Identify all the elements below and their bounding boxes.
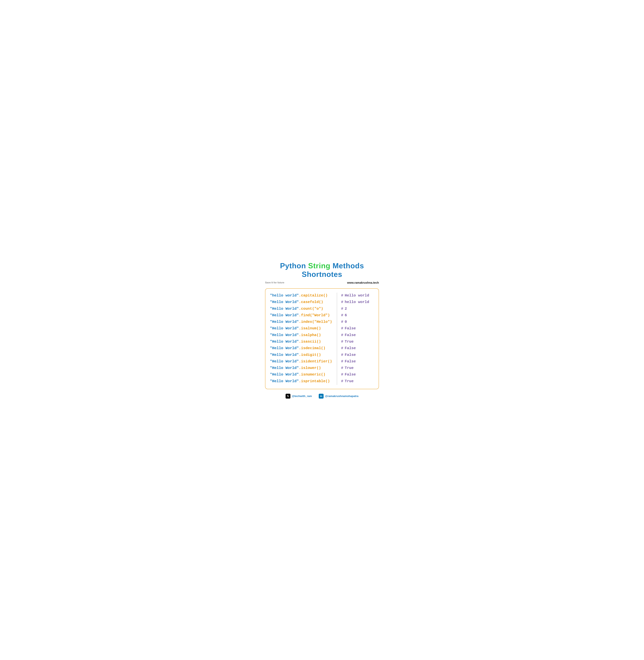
string-literal-9: "Hello World" xyxy=(270,352,299,358)
comment-value-8: False xyxy=(345,345,356,351)
code-left-panel: "hello world".capitalize()"Hello World".… xyxy=(270,293,337,385)
string-literal-4: "Hello World" xyxy=(270,319,299,325)
code-line-8: "Hello World".isdecimal() xyxy=(270,345,334,351)
code-line-0: "hello world".capitalize() xyxy=(270,293,334,298)
string-literal-3: "Hello World" xyxy=(270,312,299,318)
comment-line-12: #False xyxy=(341,372,374,377)
comment-hash-10: # xyxy=(341,358,343,364)
twitter-handle: @techwith_ram xyxy=(292,395,312,398)
string-literal-8: "Hello World" xyxy=(270,345,299,351)
comment-value-9: False xyxy=(345,352,356,358)
code-line-11: "Hello World".islower() xyxy=(270,365,334,371)
comment-line-6: #False xyxy=(341,332,374,338)
comment-hash-9: # xyxy=(341,352,343,358)
comment-line-1: #hello world xyxy=(341,299,374,305)
twitter-social: 𝕏 @techwith_ram xyxy=(285,394,312,399)
code-line-2: "Hello World".count("o") xyxy=(270,306,334,312)
comment-line-11: #True xyxy=(341,365,374,371)
subtitle-row: Save It for future www.ramakrushna.tech xyxy=(265,281,379,284)
code-line-9: "Hello World".isdigit() xyxy=(270,352,334,358)
comment-line-13: #True xyxy=(341,378,374,384)
linkedin-handle: @ramakrushnamohapatra xyxy=(325,395,359,398)
comment-hash-1: # xyxy=(341,299,343,305)
method-call-10: .isidentifier() xyxy=(299,358,332,364)
code-line-7: "Hello World".isascii() xyxy=(270,339,334,345)
method-call-7: .isascii() xyxy=(299,339,321,345)
comment-hash-5: # xyxy=(341,326,343,331)
comment-value-6: False xyxy=(345,332,356,338)
method-call-1: .casefold() xyxy=(299,299,323,305)
code-line-6: "Hello World".isalpha() xyxy=(270,332,334,338)
comment-line-9: #False xyxy=(341,352,374,358)
comment-hash-0: # xyxy=(341,293,343,298)
comment-value-13: True xyxy=(345,378,353,384)
comment-hash-7: # xyxy=(341,339,343,345)
comment-value-1: hello world xyxy=(345,299,369,305)
code-line-13: "Hello World".isprintable() xyxy=(270,378,334,384)
comment-line-3: #6 xyxy=(341,312,374,318)
comment-line-2: #2 xyxy=(341,306,374,312)
comment-line-8: #False xyxy=(341,345,374,351)
comment-value-2: 2 xyxy=(345,306,347,312)
code-line-12: "Hello World".isnumeric() xyxy=(270,372,334,377)
comment-line-7: #True xyxy=(341,339,374,345)
comment-value-12: False xyxy=(345,372,356,377)
code-line-10: "Hello World".isidentifier() xyxy=(270,358,334,364)
title-string: String xyxy=(308,262,333,270)
method-call-13: .isprintable() xyxy=(299,378,330,384)
comment-line-0: #Hello world xyxy=(341,293,374,298)
comment-value-7: True xyxy=(345,339,353,345)
string-literal-10: "Hello World" xyxy=(270,358,299,364)
string-literal-0: "hello world" xyxy=(270,293,299,298)
save-label: Save It for future xyxy=(265,281,284,284)
comment-hash-12: # xyxy=(341,372,343,377)
string-literal-13: "Hello World" xyxy=(270,378,299,384)
linkedin-icon: in xyxy=(319,394,324,399)
comment-hash-2: # xyxy=(341,306,343,312)
method-call-5: .isalnum() xyxy=(299,326,321,331)
string-literal-7: "Hello World" xyxy=(270,339,299,345)
method-call-3: .find("World") xyxy=(299,312,330,318)
code-right-panel: #Hello world#hello world#2#6#0#False#Fal… xyxy=(337,293,374,385)
method-call-9: .isdigit() xyxy=(299,352,321,358)
string-literal-1: "Hello World" xyxy=(270,299,299,305)
comment-hash-8: # xyxy=(341,345,343,351)
comment-line-4: #0 xyxy=(341,319,374,325)
string-literal-2: "Hello World" xyxy=(270,306,299,312)
x-icon: 𝕏 xyxy=(285,394,291,399)
comment-value-4: 0 xyxy=(345,319,347,325)
method-call-11: .islower() xyxy=(299,365,321,371)
code-line-5: "Hello World".isalnum() xyxy=(270,326,334,331)
comment-hash-11: # xyxy=(341,365,343,371)
comment-value-0: Hello world xyxy=(345,293,369,298)
string-literal-6: "Hello World" xyxy=(270,332,299,338)
code-box: "hello world".capitalize()"Hello World".… xyxy=(265,288,379,389)
linkedin-social: in @ramakrushnamohapatra xyxy=(319,394,359,399)
comment-line-10: #False xyxy=(341,358,374,364)
method-call-4: .index("Hello") xyxy=(299,319,332,325)
method-call-0: .capitalize() xyxy=(299,293,328,298)
main-card: Python String Methods Shortnotes Save It… xyxy=(258,256,386,404)
comment-hash-3: # xyxy=(341,312,343,318)
website-label: www.ramakrushna.tech xyxy=(347,281,379,284)
comment-value-11: True xyxy=(345,365,353,371)
method-call-12: .isnumeric() xyxy=(299,372,325,377)
string-literal-11: "Hello World" xyxy=(270,365,299,371)
method-call-6: .isalpha() xyxy=(299,332,321,338)
footer-row: 𝕏 @techwith_ram in @ramakrushnamohapatra xyxy=(265,394,379,399)
method-call-2: .count("o") xyxy=(299,306,323,312)
comment-value-3: 6 xyxy=(345,312,347,318)
string-literal-5: "Hello World" xyxy=(270,326,299,331)
page-title: Python String Methods Shortnotes xyxy=(265,261,379,279)
comment-value-5: False xyxy=(345,326,356,331)
comment-value-10: False xyxy=(345,358,356,364)
code-line-1: "Hello World".casefold() xyxy=(270,299,334,305)
string-literal-12: "Hello World" xyxy=(270,372,299,377)
comment-hash-6: # xyxy=(341,332,343,338)
code-line-4: "Hello World".index("Hello") xyxy=(270,319,334,325)
method-call-8: .isdecimal() xyxy=(299,345,325,351)
code-line-3: "Hello World".find("World") xyxy=(270,312,334,318)
comment-line-5: #False xyxy=(341,326,374,331)
title-python: Python xyxy=(280,262,308,270)
comment-hash-13: # xyxy=(341,378,343,384)
